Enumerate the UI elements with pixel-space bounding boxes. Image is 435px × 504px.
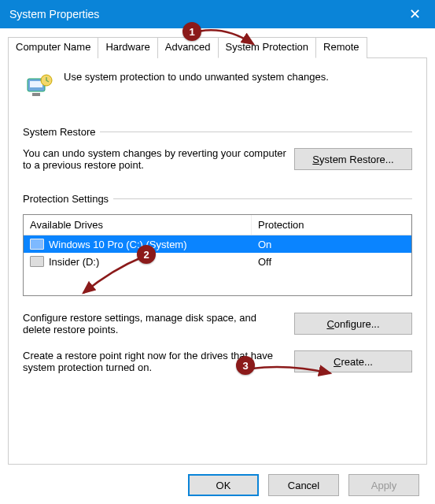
configure-description: Configure restore settings, manage disk …: [23, 312, 286, 335]
create-button[interactable]: Create...: [294, 350, 412, 372]
group-label-restore: System Restore: [23, 126, 100, 138]
divider: [100, 132, 412, 132]
intro-text: Use system protection to undo unwanted s…: [64, 71, 329, 83]
tab-computer-name[interactable]: Computer Name: [8, 37, 98, 58]
group-protection-settings: Protection Settings Available Drives Pro…: [23, 193, 412, 373]
drive-status: On: [252, 239, 411, 250]
drive-status: Off: [252, 256, 411, 268]
group-system-restore: System Restore You can undo system chang…: [23, 126, 412, 171]
table-row[interactable]: Windows 10 Pro (C:) (System) On: [24, 235, 411, 253]
annotation-badge-2: 2: [137, 245, 156, 264]
annotation-badge-3: 3: [236, 356, 255, 375]
close-icon[interactable]: ✕: [404, 6, 426, 23]
annotation-badge-1: 1: [182, 22, 201, 41]
window-title: System Properties: [9, 8, 404, 20]
drive-icon: [30, 256, 44, 267]
drive-name: Windows 10 Pro (C:) (System): [49, 239, 187, 250]
configure-button[interactable]: Configure...: [294, 313, 412, 335]
tab-content: Use system protection to undo unwanted s…: [8, 58, 427, 465]
svg-rect-1: [30, 81, 42, 87]
list-header: Available Drives Protection: [24, 215, 411, 235]
col-header-drives[interactable]: Available Drives: [24, 215, 252, 235]
system-restore-button[interactable]: System Restore...: [294, 148, 412, 170]
apply-button[interactable]: Apply: [348, 474, 419, 496]
cancel-button[interactable]: Cancel: [268, 474, 339, 496]
dialog-button-row: OK Cancel Apply: [8, 465, 427, 496]
drive-name: Insider (D:): [49, 256, 99, 268]
group-label-protection: Protection Settings: [23, 193, 113, 205]
table-row[interactable]: Insider (D:) Off: [24, 253, 411, 270]
tab-hardware[interactable]: Hardware: [98, 37, 157, 58]
drives-list[interactable]: Available Drives Protection Windows 10 P…: [23, 214, 412, 296]
client-area: Computer Name Hardware Advanced System P…: [0, 28, 435, 504]
tab-strip: Computer Name Hardware Advanced System P…: [8, 36, 427, 58]
divider: [113, 198, 412, 199]
system-protection-icon: [23, 71, 54, 102]
tab-remote[interactable]: Remote: [315, 37, 367, 58]
intro-row: Use system protection to undo unwanted s…: [23, 71, 412, 102]
ok-button[interactable]: OK: [188, 474, 259, 496]
tab-system-protection[interactable]: System Protection: [218, 37, 317, 58]
drive-icon: [30, 239, 44, 250]
titlebar: System Properties ✕: [0, 0, 435, 28]
restore-description: You can undo system changes by reverting…: [23, 147, 286, 171]
col-header-protection[interactable]: Protection: [252, 215, 411, 235]
svg-rect-2: [32, 93, 40, 96]
